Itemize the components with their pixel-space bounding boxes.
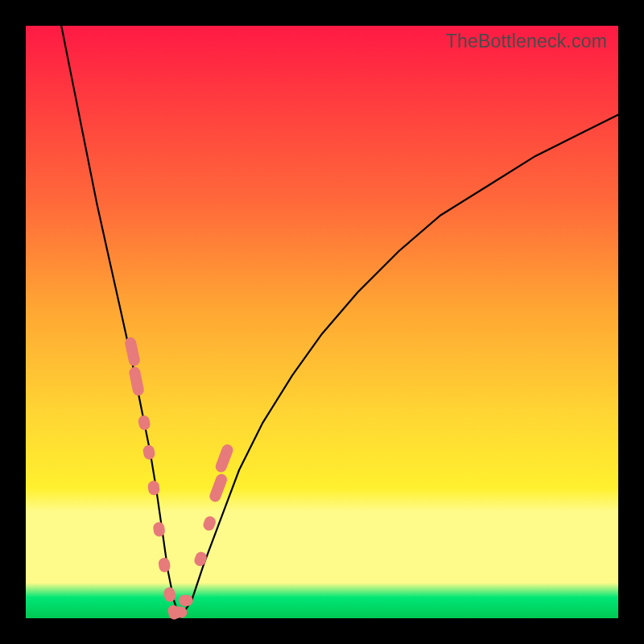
curve-marker: [128, 366, 145, 397]
curve-marker: [179, 595, 193, 606]
curve-marker: [124, 336, 141, 367]
curve-marker: [208, 473, 229, 504]
curve-marker: [172, 607, 187, 618]
bottleneck-curve: [61, 26, 618, 618]
curve-marker: [214, 443, 235, 474]
chart-frame: TheBottleneck.com: [0, 0, 644, 644]
curve-marker: [202, 514, 217, 532]
curve-marker: [192, 551, 208, 568]
curve-marker: [147, 480, 161, 496]
curve-marker: [158, 557, 171, 573]
chart-plot-area: TheBottleneck.com: [26, 26, 618, 618]
curve-marker: [138, 415, 151, 431]
marker-group: [124, 336, 235, 621]
curve-marker: [142, 444, 156, 460]
chart-svg: [26, 26, 618, 618]
